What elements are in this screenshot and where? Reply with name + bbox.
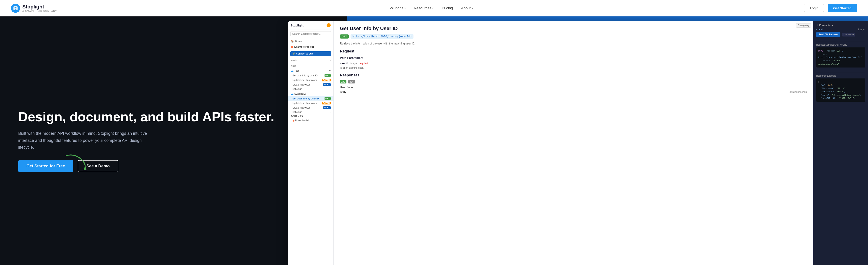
endpoint-url-row: GET http://localhost:3000/users/{userId}	[340, 34, 807, 39]
nav-solutions[interactable]: Solutions ▾	[389, 6, 406, 10]
hero-right: Stoplight 🏠 Home Example Project	[288, 17, 868, 265]
app-preview: Stoplight 🏠 Home Example Project	[288, 21, 868, 265]
app-right-panel: ▼ Parameters userId* integer Send API Re…	[813, 21, 868, 265]
panel-chevron-icon: ▼	[816, 24, 818, 26]
arrow-decoration	[64, 153, 91, 172]
method-badge-post: POST	[323, 106, 331, 109]
param-type: integer	[350, 62, 358, 65]
sidebar-project: Example Project	[288, 44, 334, 50]
response-200-badge: 200	[340, 80, 347, 84]
responses-section-title: Responses	[340, 73, 807, 77]
method-badge-patch: PATCH	[322, 102, 331, 105]
schemas-chevron-icon: ›	[330, 88, 331, 90]
hero-left: Design, document, and build APIs faster.…	[0, 17, 288, 265]
nav-about[interactable]: About ▾	[461, 6, 473, 10]
sidebar-item-create-user-1[interactable]: Create New User POST	[288, 82, 334, 87]
app-main-content: Changelog Get User Info by User ID GET h…	[334, 21, 813, 265]
svg-point-4	[16, 7, 17, 7]
apis-section-label: APIS	[288, 64, 334, 68]
sidebar-schema-project[interactable]: ProjectModel	[288, 119, 334, 122]
user-found-label: User Found	[340, 86, 807, 89]
sidebar-item-update-user-2[interactable]: Update User Information PATCH	[288, 101, 334, 106]
expand-icon: ▾	[329, 69, 331, 72]
login-button[interactable]: Login	[804, 4, 824, 12]
schemas-label: SCHEMAS	[288, 114, 334, 119]
param-userId-row: userId integer required Id of an existin…	[340, 62, 807, 69]
sidebar-item-create-user-2[interactable]: Create New User POST	[288, 106, 334, 110]
responses-codes-row: 200 404	[340, 80, 807, 84]
method-badge: GET	[340, 34, 349, 38]
svg-point-3	[14, 7, 15, 7]
chevron-down-icon: ▾	[404, 7, 406, 10]
navbar: Stoplight A SMARTBEAR COMPANY Solutions …	[0, 0, 868, 17]
chevron-down-icon: ▾	[432, 7, 434, 10]
panel-param-type: integer	[858, 28, 865, 31]
body-type: application/json	[789, 91, 807, 93]
hero-section: Design, document, and build APIs faster.…	[0, 17, 868, 265]
body-row: Body application/json	[340, 90, 807, 93]
branch-chevron-icon: ▾	[330, 59, 331, 62]
sidebar-search[interactable]	[288, 29, 334, 38]
nav-menu: Solutions ▾ Resources ▾ Pricing About ▾	[389, 6, 473, 10]
sidebar-item-schemas-1[interactable]: Schemas ›	[288, 87, 334, 91]
sidebar-branch[interactable]: master ▾	[288, 58, 334, 63]
cloud-icon: ☁	[291, 92, 293, 95]
method-badge-get: GET	[324, 97, 331, 100]
api-group-swagger2[interactable]: ☁ Swagger2	[288, 91, 334, 96]
sidebar-item-get-user-1[interactable]: Get User Info by User ID GET	[288, 73, 334, 78]
search-input[interactable]	[290, 31, 331, 36]
sidebar-item-schemas-2[interactable]: Schemas ›	[288, 110, 334, 114]
request-code-block: curl --request GET \ --url http://localh…	[816, 48, 865, 67]
project-dot	[291, 46, 293, 48]
home-icon: 🏠	[291, 40, 294, 42]
get-started-nav-button[interactable]: Get Started	[828, 4, 857, 12]
endpoint-description: Retrieve the information of the user wit…	[340, 42, 807, 45]
sidebar-item-update-user-1[interactable]: Update User Information PATCH	[288, 78, 334, 82]
app-sidebar: Stoplight 🏠 Home Example Project	[288, 21, 334, 265]
svg-point-1	[15, 7, 16, 8]
logo-sub: A SMARTBEAR COMPANY	[22, 10, 57, 12]
param-name: userId	[340, 62, 348, 65]
panel-param-field: userId* integer	[816, 28, 865, 31]
svg-rect-2	[14, 9, 17, 9]
schema-dot	[292, 120, 294, 122]
param-required: required	[360, 62, 368, 65]
api-group-test[interactable]: ☁ Test ▾	[288, 68, 334, 73]
request-sample-label: Request Sample: Shell / cURL	[816, 43, 865, 46]
hero-subtitle: Built with the modern API workflow in mi…	[18, 130, 151, 151]
send-api-request-button[interactable]: Send API Request	[816, 32, 840, 37]
chevron-down-icon: ▾	[472, 7, 473, 10]
response-json-block: { "id": 142, "firstName": "Alice", "last…	[816, 79, 865, 102]
sidebar-header: Stoplight	[288, 21, 334, 29]
changelog-badge[interactable]: Changelog	[796, 23, 811, 28]
connect-to-edit-button[interactable]: ⚡ Connect to Edit	[290, 51, 331, 56]
hero-title: Design, document, and build APIs faster.	[18, 109, 274, 124]
sidebar-home[interactable]: 🏠 Home	[288, 38, 334, 44]
connect-icon: ⚡	[292, 53, 295, 55]
body-label: Body	[340, 90, 346, 93]
nav-actions: Login Get Started	[804, 4, 857, 12]
response-example-label: Response Example	[816, 75, 865, 77]
nav-resources[interactable]: Resources ▾	[414, 6, 434, 10]
endpoint-title: Get User Info by User ID	[340, 26, 807, 31]
live-server-badge: Live Server	[842, 33, 856, 36]
sidebar-item-get-user-2-active[interactable]: Get User Info by User ID GET	[288, 96, 334, 101]
logo-icon	[11, 4, 20, 13]
logo[interactable]: Stoplight A SMARTBEAR COMPANY	[11, 4, 57, 13]
logo-name: Stoplight	[22, 4, 57, 10]
response-404-badge: 404	[348, 80, 355, 84]
cloud-icon: ☁	[291, 69, 293, 72]
method-badge-post: POST	[323, 83, 331, 86]
panel-param-name: userId*	[816, 28, 824, 31]
param-desc: Id of an existing user.	[340, 66, 364, 69]
endpoint-url: http://localhost:3000/users/{userId}	[350, 34, 413, 39]
sidebar-logo: Stoplight	[291, 24, 304, 27]
schemas-chevron-icon: ›	[330, 111, 331, 113]
app-inner: Stoplight 🏠 Home Example Project	[288, 21, 868, 265]
method-badge-patch: PATCH	[322, 79, 331, 81]
path-params-title: Path Parameters	[340, 56, 807, 60]
sidebar-status-dot	[327, 23, 331, 27]
request-section-title: Request	[340, 49, 807, 53]
nav-pricing[interactable]: Pricing	[442, 6, 453, 10]
method-badge-get: GET	[324, 74, 331, 77]
